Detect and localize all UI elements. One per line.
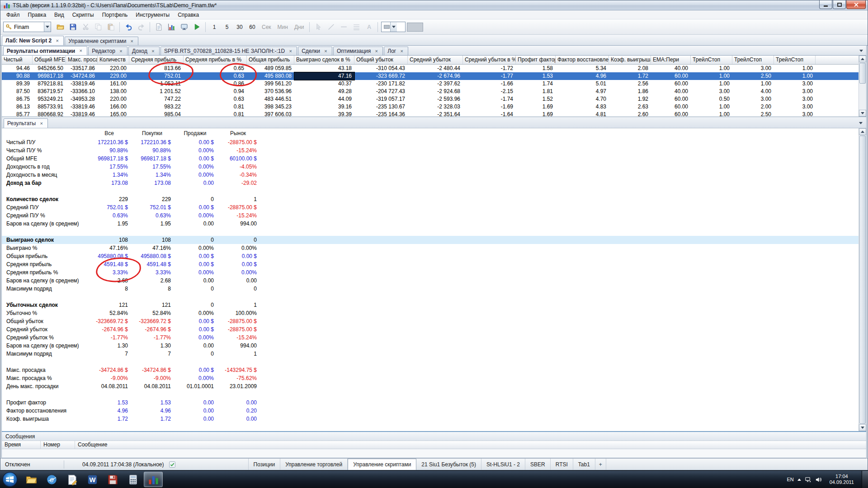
menu-item-0[interactable]: Файл	[2, 11, 24, 19]
doc-tab-6[interactable]: Лог×	[384, 47, 408, 55]
bottom-tab-1[interactable]: Управление торговлей	[280, 459, 348, 470]
bottom-tab-3[interactable]: 21 Siu1 Безубыток (5)	[416, 459, 481, 470]
timeframe-30-button[interactable]: 30	[234, 21, 245, 33]
network-icon[interactable]	[805, 476, 811, 483]
optimization-row-4[interactable]: 86.75953249.21-34953.28220.00747.220.634…	[2, 95, 859, 103]
tab-close-icon[interactable]: ×	[78, 48, 84, 54]
optimization-row-2[interactable]: 89.39879218.81-33819.46161.001 052.110.8…	[2, 80, 859, 88]
floppy-app-button[interactable]	[103, 472, 122, 487]
scrollbar-thumb[interactable]	[859, 63, 866, 84]
optimization-row-6[interactable]: 85.77880668.92-33819.46165.00985.040.813…	[2, 111, 859, 117]
tab-close-icon[interactable]: ×	[150, 48, 156, 54]
cut-button[interactable]	[80, 21, 91, 33]
doc-tab-4[interactable]: Сделки×	[298, 47, 332, 55]
doc-tab-1[interactable]: Редактор×	[88, 47, 127, 55]
close-button[interactable]	[846, 0, 866, 9]
language-indicator[interactable]: EN	[787, 477, 793, 482]
report-button[interactable]	[153, 21, 165, 33]
tab-close-icon[interactable]: ×	[118, 48, 124, 54]
optimization-row-0[interactable]: 94.46945266.50-33517.86220.00813.660.654…	[2, 65, 859, 72]
word-button[interactable]: W	[83, 472, 102, 487]
column-header-6[interactable]: Общая прибыль	[247, 56, 294, 64]
column-header-3[interactable]: Количеств	[98, 56, 129, 64]
messages-column-time[interactable]: Время	[2, 441, 41, 449]
paste-button[interactable]	[105, 21, 117, 33]
connection-combo[interactable]: Finam	[3, 22, 51, 32]
doc-tab-2[interactable]: Доход×	[128, 47, 160, 55]
main-tab-1[interactable]: Управление скриптами×	[65, 37, 138, 45]
menu-item-4[interactable]: Портфель	[98, 11, 132, 19]
column-header-16[interactable]: ТрейлСтоп	[732, 56, 774, 64]
scrollbar-thumb[interactable]	[859, 136, 866, 424]
maximize-button[interactable]	[833, 0, 846, 9]
internet-explorer-button[interactable]: e	[42, 472, 61, 487]
column-header-2[interactable]: Макс. проса	[66, 56, 98, 64]
timeframe-1-button[interactable]: 1	[208, 21, 220, 33]
levels-tool-button[interactable]	[350, 21, 362, 33]
results-tab[interactable]: Результаты ×	[4, 118, 48, 128]
column-header-5[interactable]: Средняя прибыль в %	[184, 56, 247, 64]
scroll-up-icon[interactable]	[859, 56, 866, 62]
bottom-tab-7[interactable]: Tab1	[573, 459, 595, 470]
tab-close-icon[interactable]: ×	[129, 38, 135, 44]
column-header-17[interactable]: ТрейлСтоп	[774, 56, 816, 64]
tab-close-icon[interactable]: ×	[373, 48, 379, 54]
optimization-row-1[interactable]: 90.88969817.18-34724.86229.00752.010.634…	[2, 72, 859, 80]
scrollbar-track[interactable]	[859, 84, 866, 110]
column-header-11[interactable]: Профит фактор	[516, 56, 556, 64]
optimization-row-5[interactable]: 86.13885733.91-33819.46166.00983.220.813…	[2, 103, 859, 111]
bottom-tab-4[interactable]: St-HLSiU1 - 2	[481, 459, 525, 470]
column-header-14[interactable]: EMA:Пери	[651, 56, 691, 64]
tab-close-icon[interactable]: ×	[38, 121, 44, 127]
column-header-8[interactable]: Общий убыток	[354, 56, 408, 64]
tslab-taskbar-button[interactable]	[144, 472, 163, 487]
doc-tab-3[interactable]: SPFB.RTS_070828_110828-15 НЕ ЗАПОЛН:-:1D…	[160, 47, 297, 55]
menu-item-5[interactable]: Инструменты	[132, 11, 174, 19]
column-header-4[interactable]: Средняя прибыль	[129, 56, 184, 64]
hline-tool-button[interactable]	[338, 21, 349, 33]
bottom-tab-5[interactable]: SBER	[525, 459, 551, 470]
copy-button[interactable]	[92, 21, 104, 33]
tray-clock[interactable]: 17:04 04.09.2011	[826, 474, 858, 485]
tab-close-icon[interactable]: ×	[54, 38, 60, 44]
open-button[interactable]	[54, 21, 66, 33]
agent-button[interactable]	[178, 21, 190, 33]
column-header-0[interactable]: Чистый	[2, 56, 33, 64]
volume-icon[interactable]	[815, 476, 822, 483]
menu-item-2[interactable]: Вид	[50, 11, 68, 19]
main-tab-0[interactable]: Лаб: New Script 2×	[2, 36, 64, 45]
add-tab-button[interactable]: +	[595, 459, 606, 470]
style-combo[interactable]	[381, 22, 406, 32]
hidden-icons-icon[interactable]	[797, 479, 801, 481]
color-box[interactable]	[407, 23, 423, 32]
timeframe-5-button[interactable]: 5	[221, 21, 233, 33]
chevron-down-icon[interactable]	[44, 22, 51, 32]
show-desktop-button[interactable]	[862, 471, 868, 488]
chevron-down-icon[interactable]	[390, 22, 397, 32]
cursor-tool-button[interactable]	[312, 21, 324, 33]
tab-close-icon[interactable]: ×	[399, 48, 405, 54]
tab-overflow-icon[interactable]	[857, 120, 864, 127]
menu-item-3[interactable]: Скрипты	[68, 11, 98, 19]
column-header-9[interactable]: Средний убыток	[408, 56, 463, 64]
text-tool-button[interactable]: A	[363, 21, 375, 33]
menu-item-6[interactable]: Справка	[174, 11, 203, 19]
scroll-up-icon[interactable]	[859, 128, 866, 135]
messages-column-number[interactable]: Номер	[41, 441, 75, 449]
charts-button[interactable]	[165, 21, 177, 33]
bottom-tab-6[interactable]: RTSI	[551, 459, 573, 470]
results-scrollbar[interactable]	[859, 128, 866, 431]
unit-days-button[interactable]: Дни	[292, 21, 307, 33]
column-header-1[interactable]: Общий MFE	[33, 56, 66, 64]
optimization-scrollbar[interactable]	[859, 56, 866, 117]
trendline-tool-button[interactable]	[325, 21, 337, 33]
explorer-taskbar-button[interactable]	[22, 472, 41, 487]
tab-overflow-icon[interactable]	[858, 47, 865, 55]
optimization-row-3[interactable]: 87.50836719.57-33366.10138.001 201.520.9…	[2, 88, 859, 95]
messages-column-message[interactable]: Сообщение	[75, 441, 866, 449]
tab-close-icon[interactable]: ×	[288, 48, 293, 54]
unit-min-button[interactable]: Мин	[275, 21, 291, 33]
save-button[interactable]	[67, 21, 79, 33]
doc-tab-5[interactable]: Оптимизация×	[333, 47, 383, 55]
bottom-tab-0[interactable]: Позиции	[249, 459, 281, 470]
